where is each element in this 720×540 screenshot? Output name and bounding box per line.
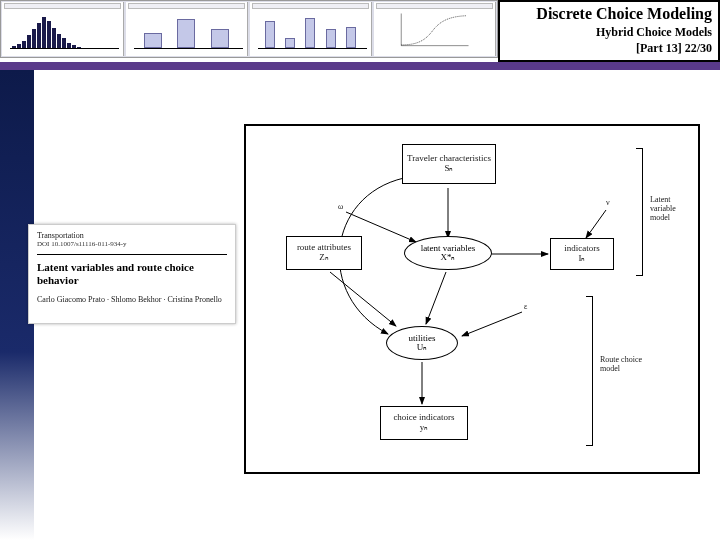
paper-citation-box: Transportation DOI 10.1007/s11116-011-93… — [28, 224, 236, 324]
thumb-3-title — [252, 3, 369, 9]
node-choice-l2: yₙ — [420, 423, 429, 433]
paper-title: Latent variables and route choice behavi… — [37, 261, 227, 287]
model-diagram: Traveler characteristics Sₙ route attrib… — [244, 124, 700, 474]
label-nu: ν — [606, 198, 610, 207]
node-latent-l2: X*ₙ — [441, 253, 456, 262]
thumb-3-bars — [250, 2, 372, 56]
bracket-lvm — [642, 148, 643, 276]
thumb-2-title — [128, 3, 245, 9]
thumb-3-bars — [260, 14, 361, 48]
thumb-4-svg — [380, 12, 485, 49]
header-thumbnails — [0, 0, 498, 58]
thumb-2-bars — [126, 2, 248, 56]
header-band: Discrete Choice Modeling Hybrid Choice M… — [0, 0, 720, 62]
slide-root: Discrete Choice Modeling Hybrid Choice M… — [0, 0, 720, 540]
node-indicators-l2: Iₙ — [579, 254, 586, 264]
node-latent: latent variables X*ₙ — [404, 236, 492, 270]
svg-line-6 — [330, 272, 396, 326]
paper-authors: Carlo Giacomo Prato · Shlomo Bekhor · Cr… — [37, 295, 227, 304]
node-traveler-l2: Sₙ — [444, 164, 453, 174]
svg-line-5 — [586, 210, 606, 238]
slide-title: Discrete Choice Modeling — [506, 5, 712, 23]
paper-journal: Transportation — [37, 231, 227, 240]
accent-bar — [0, 62, 720, 70]
node-traveler: Traveler characteristics Sₙ — [402, 144, 496, 184]
label-omega: ω — [338, 202, 343, 211]
paper-doi: DOI 10.1007/s11116-011-934-y — [37, 240, 227, 248]
thumb-1-histogram — [2, 2, 124, 56]
slide-subtitle: Hybrid Choice Models — [506, 25, 712, 40]
node-route-l2: Zₙ — [319, 253, 329, 263]
node-utilities: utilities Uₙ — [386, 326, 458, 360]
paper-rule — [37, 254, 227, 255]
slide-part: [Part 13] 22/30 — [506, 41, 712, 56]
thumb-2-bars — [136, 14, 237, 48]
thumb-4-title — [376, 3, 493, 9]
node-indicators: indicators Iₙ — [550, 238, 614, 270]
svg-line-8 — [462, 312, 522, 336]
svg-line-7 — [426, 272, 446, 324]
node-choice: choice indicators yₙ — [380, 406, 468, 440]
thumb-4-curve — [374, 2, 496, 56]
node-route: route attributes Zₙ — [286, 236, 362, 270]
label-lvm: Latent variable model — [650, 196, 694, 222]
label-rcm: Route choice model — [600, 356, 644, 374]
title-block: Discrete Choice Modeling Hybrid Choice M… — [498, 0, 720, 62]
thumb-1-title — [4, 3, 121, 9]
label-epsilon: ε — [524, 302, 527, 311]
bracket-rcm — [592, 296, 593, 446]
thumb-1-bars — [12, 14, 117, 48]
node-utilities-l2: Uₙ — [417, 343, 428, 352]
